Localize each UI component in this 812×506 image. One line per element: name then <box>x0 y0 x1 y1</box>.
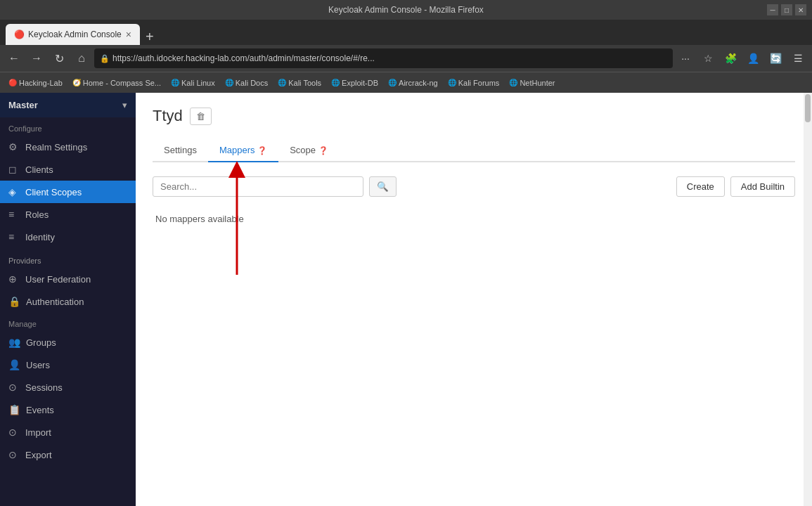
configure-label: Configure <box>0 117 136 136</box>
action-buttons: Create Add Builtin <box>676 176 795 197</box>
lock-icon: 🔒 <box>100 54 110 63</box>
users-label: Users <box>26 360 50 370</box>
authentication-icon: 🔒 <box>8 296 20 307</box>
delete-button[interactable]: 🗑 <box>190 108 212 125</box>
more-button[interactable]: ··· <box>676 48 695 68</box>
title-bar: Keycloak Admin Console - Mozilla Firefox… <box>0 0 812 20</box>
tab-mappers[interactable]: Mappers ❓ <box>208 139 278 162</box>
forward-button[interactable]: → <box>27 48 46 68</box>
manage-label: Manage <box>0 313 136 331</box>
sidebar-item-export[interactable]: ⊙ Export <box>0 443 136 466</box>
page-title: Ttyd <box>153 107 183 125</box>
bookmark-icon-hacking-lab: 🔴 <box>8 79 17 86</box>
bookmark-kali-linux[interactable]: 🌐 Kali Linux <box>167 77 219 89</box>
clients-label: Clients <box>25 164 53 175</box>
bookmark-hacking-lab[interactable]: 🔴 Hacking-Lab <box>4 77 67 89</box>
search-input[interactable] <box>153 176 363 197</box>
bookmark-exploit-db[interactable]: 🌐 Exploit-DB <box>327 77 382 89</box>
minimize-button[interactable]: ─ <box>767 4 778 15</box>
user-federation-icon: ⊕ <box>8 273 20 285</box>
active-tab[interactable]: 🔴 Keycloak Admin Console × <box>6 24 140 45</box>
master-header[interactable]: Master ▾ <box>0 93 136 117</box>
tabs-row: Settings Mappers ❓ Scope ❓ <box>153 139 795 162</box>
bookmark-icon-forums: 🌐 <box>448 79 456 86</box>
sessions-icon: ⊙ <box>8 382 20 393</box>
roles-label: Roles <box>25 209 49 220</box>
events-label: Events <box>26 405 54 415</box>
events-icon: 📋 <box>8 404 20 415</box>
new-tab-button[interactable]: + <box>140 29 160 45</box>
bookmarks-bar: 🔴 Hacking-Lab 🧭 Home - Compass Se... 🌐 K… <box>0 72 812 93</box>
import-label: Import <box>25 427 51 438</box>
sidebar-item-events[interactable]: 📋 Events <box>0 398 136 421</box>
roles-icon: ≡ <box>8 209 20 220</box>
scope-help-icon[interactable]: ❓ <box>318 146 328 155</box>
vertical-scrollbar[interactable] <box>804 93 812 506</box>
sidebar-item-authentication[interactable]: 🔒 Authentication <box>0 290 136 313</box>
close-button[interactable]: ✕ <box>795 4 806 15</box>
bookmark-nethunter[interactable]: 🌐 NetHunter <box>505 77 559 89</box>
sidebar-item-groups[interactable]: 👥 Groups <box>0 331 136 353</box>
sidebar-item-client-scopes[interactable]: ◈ Client Scopes <box>0 181 136 203</box>
providers-sublabel: Providers <box>0 251 136 268</box>
nav-icons: ··· ☆ 🧩 👤 🔄 ☰ <box>676 48 808 68</box>
identity-icon: ≡ <box>8 231 20 242</box>
tab-close-button[interactable]: × <box>126 29 131 40</box>
sidebar-item-user-federation[interactable]: ⊕ User Federation <box>0 268 136 290</box>
bookmark-button[interactable]: ☆ <box>698 48 718 68</box>
sidebar-item-realm-settings[interactable]: ⚙ Realm Settings <box>0 136 136 158</box>
profile-button[interactable]: 👤 <box>743 48 763 68</box>
sync-button[interactable]: 🔄 <box>766 48 785 68</box>
master-label: Master <box>8 100 38 110</box>
groups-label: Groups <box>26 337 56 348</box>
bookmark-kali-forums[interactable]: 🌐 Kali Forums <box>444 77 504 89</box>
mappers-help-icon[interactable]: ❓ <box>257 146 267 155</box>
sidebar-item-identity[interactable]: ≡ Identity <box>0 226 136 248</box>
create-button[interactable]: Create <box>676 176 725 197</box>
bookmark-aircrack[interactable]: 🌐 Aircrack-ng <box>384 77 442 89</box>
realm-settings-label: Realm Settings <box>25 142 87 153</box>
tab-bar: 🔴 Keycloak Admin Console × + <box>0 20 812 45</box>
search-button[interactable]: 🔍 <box>369 176 397 197</box>
tab-favicon: 🔴 <box>14 30 24 39</box>
tab-scope[interactable]: Scope ❓ <box>278 139 340 162</box>
menu-button[interactable]: ☰ <box>788 48 808 68</box>
realm-settings-icon: ⚙ <box>8 141 20 153</box>
bookmark-icon-kali-docs: 🌐 <box>225 79 233 86</box>
url-input[interactable] <box>112 53 667 63</box>
export-icon: ⊙ <box>8 449 20 460</box>
home-button[interactable]: ⌂ <box>72 48 91 68</box>
maximize-button[interactable]: □ <box>781 4 792 15</box>
bookmark-icon-exploit: 🌐 <box>331 79 340 86</box>
user-federation-label: User Federation <box>25 274 91 285</box>
back-button[interactable]: ← <box>4 48 24 68</box>
bookmark-kali-tools[interactable]: 🌐 Kali Tools <box>273 77 326 89</box>
tab-settings[interactable]: Settings <box>153 139 208 162</box>
clients-icon: ◻ <box>8 164 20 175</box>
bookmark-compass[interactable]: 🧭 Home - Compass Se... <box>68 77 165 89</box>
window-title: Keycloak Admin Console - Mozilla Firefox <box>328 5 484 15</box>
sidebar-item-roles[interactable]: ≡ Roles <box>0 203 136 226</box>
add-builtin-button[interactable]: Add Builtin <box>730 176 795 197</box>
address-bar[interactable]: 🔒 <box>94 48 673 68</box>
sidebar: Master ▾ Configure ⚙ Realm Settings ◻ Cl… <box>0 93 136 506</box>
tab-label: Keycloak Admin Console <box>28 30 122 39</box>
reload-button[interactable]: ↻ <box>49 48 69 68</box>
client-scopes-icon: ◈ <box>8 186 20 197</box>
bookmark-kali-docs[interactable]: 🌐 Kali Docs <box>221 77 272 89</box>
window-controls[interactable]: ─ □ ✕ <box>767 4 806 15</box>
sidebar-item-import[interactable]: ⊙ Import <box>0 421 136 443</box>
identity-label: Identity <box>25 232 55 242</box>
extensions-button[interactable]: 🧩 <box>721 48 740 68</box>
sidebar-item-sessions[interactable]: ⊙ Sessions <box>0 376 136 398</box>
main-content: Ttyd 🗑 Settings Mappers ❓ Scope ❓ <box>136 93 812 506</box>
sidebar-item-users[interactable]: 👤 Users <box>0 353 136 376</box>
sessions-label: Sessions <box>25 382 63 393</box>
users-icon: 👤 <box>8 359 20 370</box>
search-row: 🔍 Create Add Builtin <box>153 176 795 197</box>
bookmark-icon-nethunter: 🌐 <box>509 79 517 86</box>
bookmark-icon-kali-tools: 🌐 <box>278 79 286 86</box>
navigation-bar: ← → ↻ ⌂ 🔒 ··· ☆ 🧩 👤 🔄 ☰ <box>0 45 812 72</box>
scrollbar-thumb[interactable] <box>805 94 811 122</box>
sidebar-item-clients[interactable]: ◻ Clients <box>0 158 136 181</box>
